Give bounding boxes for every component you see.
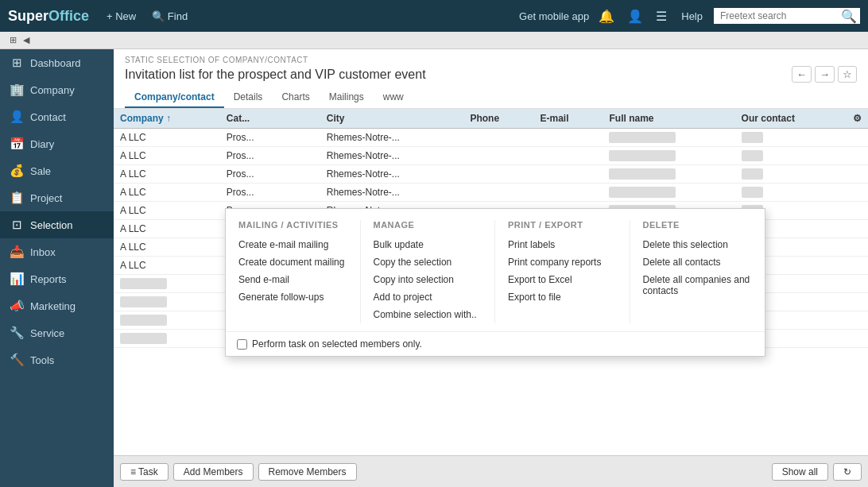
context-item-print-company-reports[interactable]: Print company reports bbox=[508, 253, 617, 271]
dashboard-icon: ⊞ bbox=[10, 56, 24, 70]
content-area: STATIC SELECTION OF COMPANY/CONTACT Invi… bbox=[114, 49, 868, 487]
contact-icon: 👤 bbox=[10, 110, 24, 124]
context-item-copy-into-selection[interactable]: Copy into selection bbox=[374, 271, 482, 288]
context-col-print: PRINT / EXPORT Print labels Print compan… bbox=[495, 220, 630, 323]
sidebar-label-dashboard: Dashboard bbox=[30, 57, 81, 69]
sidebar-item-sale[interactable]: 💰 Sale bbox=[0, 157, 114, 184]
context-col-manage: MANAGE Bulk update Copy the selection Co… bbox=[361, 220, 496, 323]
service-icon: 🔧 bbox=[10, 326, 24, 340]
context-item-delete-selection[interactable]: Delete this selection bbox=[643, 236, 753, 253]
sidebar-label-company: Company bbox=[30, 84, 75, 96]
context-menu: MAILING / ACTIVITIES Create e-mail maili… bbox=[225, 208, 765, 357]
notifications-icon[interactable]: 🔔 bbox=[595, 9, 618, 24]
sidebar-label-diary: Diary bbox=[30, 138, 54, 150]
context-item-combine-selection[interactable]: Combine selection with.. bbox=[374, 306, 482, 323]
sidebar-item-inbox[interactable]: 📥 Inbox bbox=[0, 238, 114, 265]
search-wrap: 🔍 bbox=[714, 8, 860, 24]
app-logo[interactable]: SuperOffice bbox=[8, 8, 89, 25]
diary-icon: 📅 bbox=[10, 137, 24, 151]
sidebar-label-service: Service bbox=[30, 327, 64, 339]
sidebar-item-reports[interactable]: 📊 Reports bbox=[0, 265, 114, 292]
sidebar-item-selection[interactable]: ⊡ Selection bbox=[0, 211, 114, 238]
search-input[interactable] bbox=[714, 8, 841, 24]
selected-members-checkbox[interactable] bbox=[237, 339, 247, 350]
sidebar-item-dashboard[interactable]: ⊞ Dashboard bbox=[0, 49, 114, 76]
sidebar: ⊞ Dashboard 🏢 Company 👤 Contact 📅 Diary … bbox=[0, 49, 114, 487]
selected-members-label: Perform task on selected members only. bbox=[252, 338, 422, 350]
sidebar-label-reports: Reports bbox=[30, 273, 67, 285]
nav-grid-icon[interactable]: ⊞ bbox=[10, 35, 17, 45]
context-mailing-header: MAILING / ACTIVITIES bbox=[238, 220, 347, 230]
sidebar-label-contact: Contact bbox=[30, 111, 66, 123]
context-item-export-excel[interactable]: Export to Excel bbox=[508, 271, 617, 288]
company-icon: 🏢 bbox=[10, 83, 24, 97]
help-button[interactable]: Help bbox=[676, 9, 707, 24]
context-print-header: PRINT / EXPORT bbox=[508, 220, 617, 230]
sidebar-label-selection: Selection bbox=[30, 219, 72, 231]
user-icon[interactable]: 👤 bbox=[624, 9, 646, 24]
context-item-print-labels[interactable]: Print labels bbox=[508, 236, 617, 253]
find-button[interactable]: 🔍 Find bbox=[147, 9, 192, 24]
context-item-copy-selection[interactable]: Copy the selection bbox=[374, 253, 482, 271]
context-item-send-email[interactable]: Send e-mail bbox=[238, 271, 347, 288]
context-menu-grid: MAILING / ACTIVITIES Create e-mail maili… bbox=[226, 209, 765, 331]
context-item-bulk-update[interactable]: Bulk update bbox=[374, 236, 482, 253]
context-item-export-file[interactable]: Export to file bbox=[508, 288, 617, 306]
sidebar-label-sale: Sale bbox=[30, 165, 51, 177]
context-item-create-email-mailing[interactable]: Create e-mail mailing bbox=[238, 236, 347, 253]
reports-icon: 📊 bbox=[10, 272, 24, 286]
project-icon: 📋 bbox=[10, 191, 24, 205]
tools-icon: 🔨 bbox=[10, 353, 24, 367]
sidebar-item-service[interactable]: 🔧 Service bbox=[0, 319, 114, 346]
sidebar-item-company[interactable]: 🏢 Company bbox=[0, 76, 114, 103]
sidebar-label-tools: Tools bbox=[30, 354, 54, 366]
sidebar-item-marketing[interactable]: 📣 Marketing bbox=[0, 292, 114, 319]
context-item-create-doc-mailing[interactable]: Create document mailing bbox=[238, 253, 347, 271]
selection-icon: ⊡ bbox=[10, 218, 24, 232]
get-mobile-app-link[interactable]: Get mobile app bbox=[519, 10, 589, 22]
new-button[interactable]: + New bbox=[102, 9, 141, 24]
context-menu-overlay: MAILING / ACTIVITIES Create e-mail maili… bbox=[114, 49, 868, 487]
sidebar-item-diary[interactable]: 📅 Diary bbox=[0, 130, 114, 157]
sidebar-item-contact[interactable]: 👤 Contact bbox=[0, 103, 114, 130]
context-item-generate-followups[interactable]: Generate follow-ups bbox=[238, 288, 347, 306]
inbox-icon: 📥 bbox=[10, 245, 24, 259]
context-item-add-to-project[interactable]: Add to project bbox=[374, 288, 482, 306]
nav-back-icon[interactable]: ◀ bbox=[23, 35, 29, 45]
context-manage-header: MANAGE bbox=[374, 220, 482, 230]
secondary-nav: ⊞ ◀ bbox=[0, 32, 868, 49]
sidebar-label-marketing: Marketing bbox=[30, 300, 76, 312]
context-delete-header: DELETE bbox=[643, 220, 753, 230]
sidebar-item-project[interactable]: 📋 Project bbox=[0, 184, 114, 211]
context-menu-footer: Perform task on selected members only. bbox=[226, 331, 765, 356]
context-col-delete: DELETE Delete this selection Delete all … bbox=[630, 220, 765, 323]
top-navigation: SuperOffice + New 🔍 Find Get mobile app … bbox=[0, 0, 868, 32]
context-item-delete-all-contacts[interactable]: Delete all contacts bbox=[643, 253, 753, 271]
sidebar-item-tools[interactable]: 🔨 Tools bbox=[0, 346, 114, 373]
main-layout: ⊞ Dashboard 🏢 Company 👤 Contact 📅 Diary … bbox=[0, 49, 868, 487]
sale-icon: 💰 bbox=[10, 164, 24, 178]
search-icon: 🔍 bbox=[841, 9, 857, 24]
marketing-icon: 📣 bbox=[10, 299, 24, 313]
context-item-delete-all-companies[interactable]: Delete all companies and contacts bbox=[643, 271, 753, 300]
context-col-mailing: MAILING / ACTIVITIES Create e-mail maili… bbox=[226, 220, 361, 323]
sidebar-label-project: Project bbox=[30, 192, 62, 204]
menu-icon[interactable]: ☰ bbox=[653, 9, 670, 24]
sidebar-label-inbox: Inbox bbox=[30, 246, 56, 258]
